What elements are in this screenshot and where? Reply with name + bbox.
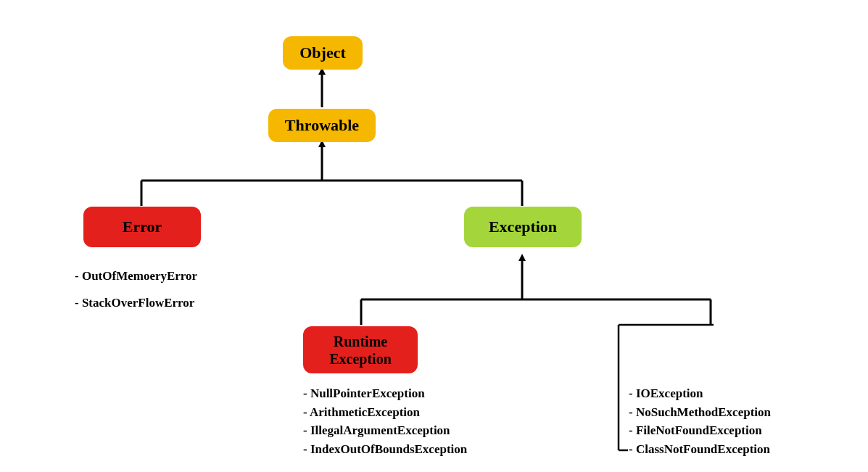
node-throwable-label: Throwable — [285, 116, 359, 135]
node-error-label: Error — [123, 218, 162, 236]
list-item: - NullPointerException — [303, 384, 467, 403]
list-item: - IOException — [629, 384, 771, 403]
checked-exception-children-list: - IOException - NoSuchMethodException - … — [629, 384, 771, 458]
node-error: Error — [83, 207, 201, 247]
node-runtime-exception-label: Runtime Exception — [315, 333, 406, 368]
node-runtime-exception: Runtime Exception — [303, 326, 418, 373]
node-object-label: Object — [299, 44, 346, 62]
list-item: - FileNotFoundException — [629, 421, 771, 440]
list-item: - IllegalArgumentException — [303, 421, 467, 440]
list-item: - ClassNotFoundException — [629, 440, 771, 459]
list-item: - ArithmeticException — [303, 403, 467, 422]
node-object: Object — [283, 36, 363, 70]
list-item: - StackOverFlowError — [75, 289, 197, 316]
node-throwable: Throwable — [268, 109, 376, 142]
runtime-children-list: - NullPointerException - ArithmeticExcep… — [303, 384, 467, 458]
list-item: - NoSuchMethodException — [629, 403, 771, 422]
node-exception: Exception — [464, 207, 582, 247]
list-item: - OutOfMemoeryError — [75, 262, 197, 289]
error-children-list: - OutOfMemoeryError - StackOverFlowError — [75, 262, 197, 317]
node-exception-label: Exception — [489, 218, 557, 236]
list-item: - IndexOutOfBoundsException — [303, 440, 467, 459]
